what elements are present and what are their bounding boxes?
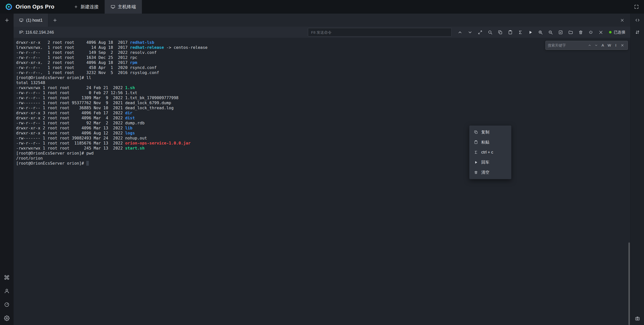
fullscreen-terminal-button[interactable] bbox=[475, 27, 485, 37]
right-sidebar bbox=[630, 14, 644, 325]
logo-icon bbox=[5, 3, 13, 11]
close-all-tabs-icon[interactable] bbox=[620, 18, 624, 22]
nav-host-terminal[interactable]: 主机终端 bbox=[105, 0, 142, 14]
dashboard-icon[interactable] bbox=[4, 302, 10, 307]
scroll-to-top-button[interactable] bbox=[455, 27, 465, 37]
clear-screen-button[interactable] bbox=[576, 27, 586, 37]
context-menu-copy-label: 复制 bbox=[481, 130, 489, 135]
copy-icon bbox=[474, 130, 478, 134]
context-menu-ctrl-c[interactable]: ctrl + c bbox=[469, 147, 511, 157]
open-search-button[interactable] bbox=[485, 27, 495, 37]
fullscreen-icon[interactable] bbox=[634, 4, 639, 9]
tab-host1[interactable]: (1) host1 bbox=[14, 14, 48, 27]
settings-gear-icon[interactable] bbox=[4, 315, 10, 321]
terminal-area[interactable]: drwxr-xr-x 2 root root 4096 Aug 18 2017 … bbox=[14, 38, 630, 325]
context-menu-paste-label: 粘贴 bbox=[481, 140, 489, 145]
search-keyword-input[interactable] bbox=[548, 42, 586, 49]
send-enter-button[interactable] bbox=[526, 27, 536, 37]
copy-button[interactable] bbox=[495, 27, 505, 37]
scroll-to-bottom-button[interactable] bbox=[465, 27, 475, 37]
terminal-icon bbox=[19, 18, 23, 22]
search-prev-button[interactable] bbox=[586, 42, 593, 49]
left-sidebar-bottom bbox=[4, 275, 10, 325]
regex-mode-button[interactable]: I bbox=[613, 42, 619, 49]
top-navbar: Orion Ops Pro 新建连接 主机终端 bbox=[0, 0, 644, 14]
power-icon bbox=[588, 30, 593, 35]
expand-icon bbox=[478, 30, 482, 35]
whole-word-button[interactable]: W bbox=[606, 42, 613, 49]
terminal-toolbar: IP: 116.62.194.246 已连接 bbox=[14, 27, 630, 38]
context-menu-clear[interactable]: 清空 bbox=[469, 167, 511, 177]
terminal-context-menu: 复制粘贴ctrl + c回车清空 bbox=[469, 125, 511, 179]
copy-icon bbox=[498, 30, 503, 35]
terminal-line: lrwxrwxrwx. 1 root root 14 Aug 18 2017 r… bbox=[16, 45, 630, 50]
disconnect-button[interactable] bbox=[586, 27, 596, 37]
context-menu-clear-label: 清空 bbox=[481, 170, 489, 175]
terminal-cursor bbox=[86, 161, 89, 166]
chevron-down-icon bbox=[468, 30, 472, 35]
right-rail-slot bbox=[631, 14, 644, 27]
terminal-line: drwxr-xr-x 3 root root 4096 Feb 17 2022 … bbox=[16, 111, 630, 116]
chevron-down-icon bbox=[594, 44, 598, 47]
plus-icon bbox=[74, 5, 78, 9]
toolbar-actions bbox=[455, 27, 606, 37]
topbar-right bbox=[634, 0, 644, 14]
match-case-button[interactable]: A bbox=[599, 42, 606, 49]
new-tab-button[interactable] bbox=[48, 14, 61, 27]
app-window: Orion Ops Pro 新建连接 主机终端 bbox=[0, 0, 644, 325]
nav-new-connection-label: 新建连接 bbox=[80, 4, 99, 10]
zoom-in-icon bbox=[538, 30, 543, 35]
terminal-line: drwxr-xr-x 2 root root 4096 Mar 13 2022 … bbox=[16, 126, 630, 131]
terminal-line: drwxr-xr-x 2 root root 4096 Mar 4 2022 d… bbox=[16, 116, 630, 121]
terminal-search-panel: AWI bbox=[545, 41, 628, 50]
context-menu-copy[interactable]: 复制 bbox=[469, 127, 511, 137]
terminal-line: -rw------- 1 root root 39082493 Mar 24 2… bbox=[16, 136, 630, 141]
context-menu-ctrl-c-label: ctrl + c bbox=[481, 150, 493, 155]
paste-button[interactable] bbox=[505, 27, 515, 37]
font-increase-button[interactable] bbox=[536, 27, 546, 37]
terminal-scrollbar-thumb[interactable] bbox=[628, 242, 630, 325]
right-rail-slot bbox=[631, 27, 644, 38]
screenshot-camera-icon[interactable] bbox=[635, 316, 640, 321]
interrupt-button[interactable] bbox=[515, 27, 526, 37]
select-all-button[interactable] bbox=[556, 27, 566, 37]
close-search-button[interactable] bbox=[619, 42, 626, 49]
close-icon bbox=[598, 30, 603, 35]
folder-icon bbox=[568, 30, 573, 35]
terminal-line: drwxr-xr-x 4 root root 4096 Aug 12 2022 … bbox=[16, 131, 630, 136]
search-next-button[interactable] bbox=[593, 42, 599, 49]
status-dot bbox=[609, 31, 612, 33]
shortcut-command-icon[interactable] bbox=[4, 275, 10, 280]
app-logo[interactable]: Orion Ops Pro bbox=[0, 0, 59, 14]
search-buttons: AWI bbox=[586, 42, 626, 49]
plus-icon bbox=[53, 18, 57, 23]
terminal-line: -rwxrwxrwx 1 root root 245 Mar 13 2022 s… bbox=[16, 146, 630, 151]
terminal-line: [root@OrionEcsServer orion]# bbox=[16, 161, 630, 166]
font-size-swap-icon[interactable] bbox=[635, 30, 640, 35]
terminal-output[interactable]: drwxr-xr-x 2 root root 4096 Aug 18 2017 … bbox=[16, 40, 630, 166]
user-icon[interactable] bbox=[4, 288, 10, 294]
context-menu-paste[interactable]: 粘贴 bbox=[469, 137, 511, 147]
terminal-line: total 132548 bbox=[16, 80, 630, 85]
chevron-up-icon bbox=[588, 44, 591, 47]
main-area: (1) host1 IP: 116.62.194.246 已连接 drwxr-x… bbox=[0, 14, 644, 325]
tab-bar: (1) host1 bbox=[14, 14, 630, 27]
paste-icon bbox=[508, 30, 513, 35]
plus-icon bbox=[4, 18, 10, 23]
zoom-out-icon bbox=[548, 30, 553, 35]
close-terminal-button[interactable] bbox=[596, 27, 606, 37]
nav-new-connection[interactable]: 新建连接 bbox=[68, 0, 105, 14]
terminal-line: -rw-r--r--. 1 root root 3232 Nov 5 2016 … bbox=[16, 70, 630, 75]
send-command-input[interactable] bbox=[308, 28, 452, 37]
terminal-line: -rwxrwxrwx 1 root root 24 Feb 21 2022 1.… bbox=[16, 85, 630, 90]
left-sidebar bbox=[0, 14, 14, 325]
top-menu: 新建连接 主机终端 bbox=[68, 0, 142, 14]
font-decrease-button[interactable] bbox=[546, 27, 556, 37]
chevron-up-icon bbox=[458, 30, 462, 35]
add-connection-button[interactable] bbox=[0, 14, 14, 27]
nav-host-terminal-label: 主机终端 bbox=[118, 4, 136, 10]
context-menu-enter[interactable]: 回车 bbox=[469, 157, 511, 167]
file-manager-button[interactable] bbox=[566, 27, 576, 37]
terminal-line: [root@OrionEcsServer orion]# pwd bbox=[16, 151, 630, 156]
commands-snippet-icon[interactable] bbox=[635, 18, 640, 23]
